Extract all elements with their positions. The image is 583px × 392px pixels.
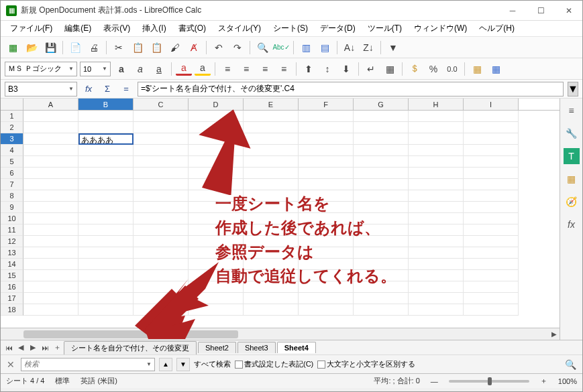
cell-H3[interactable] <box>409 133 464 145</box>
sort-asc-icon[interactable]: A↓ <box>341 40 358 56</box>
cell-C8[interactable] <box>134 190 189 202</box>
cell-B3[interactable]: ああああ <box>78 133 134 145</box>
cell-C10[interactable] <box>134 213 189 224</box>
cell-H10[interactable] <box>409 213 464 224</box>
row-1[interactable]: 1 <box>1 111 23 122</box>
sum-icon[interactable]: Σ <box>100 82 115 96</box>
cell-I13[interactable] <box>464 247 519 259</box>
properties-icon[interactable]: 🔧 <box>564 125 580 141</box>
cell-D12[interactable] <box>189 236 244 247</box>
hscroll-right-icon[interactable]: ▶ <box>551 330 557 338</box>
minimize-button[interactable]: ─ <box>505 3 521 19</box>
cell-C12[interactable] <box>134 236 189 247</box>
menu-format[interactable]: 書式(O) <box>173 21 211 36</box>
cell-D18[interactable] <box>189 304 244 316</box>
cell-C4[interactable] <box>134 145 189 156</box>
row-16[interactable]: 16 <box>1 281 23 293</box>
cell-F8[interactable] <box>299 190 354 202</box>
cell-G1[interactable] <box>354 111 409 122</box>
sheet-tab-1[interactable]: シート名を自分で付け、その後変更 <box>64 341 197 354</box>
cell-C17[interactable] <box>134 293 189 304</box>
cell-grid[interactable]: ああああ <box>23 111 560 328</box>
row-9[interactable]: 9 <box>1 202 23 213</box>
col-B[interactable]: B <box>78 99 134 110</box>
cell-A14[interactable] <box>23 259 78 270</box>
currency-icon[interactable]: ＄ <box>407 61 423 77</box>
cell-D7[interactable] <box>189 179 244 190</box>
cell-I10[interactable] <box>464 213 519 224</box>
font-color-icon[interactable]: a <box>176 62 192 76</box>
cell-G2[interactable] <box>354 122 409 133</box>
cell-D15[interactable] <box>189 270 244 281</box>
cell-F9[interactable] <box>299 202 354 213</box>
cell-B18[interactable] <box>78 304 134 316</box>
cell-I3[interactable] <box>464 133 519 145</box>
cell-A9[interactable] <box>23 202 78 213</box>
underline-icon[interactable]: a <box>151 61 167 77</box>
cell-D10[interactable] <box>189 213 244 224</box>
cell-B13[interactable] <box>78 247 134 259</box>
col-E[interactable]: E <box>244 99 299 110</box>
cell-B4[interactable] <box>78 145 134 156</box>
row-11[interactable]: 11 <box>1 224 23 236</box>
cell-H14[interactable] <box>409 259 464 270</box>
cell-H11[interactable] <box>409 224 464 236</box>
spellcheck-icon[interactable]: Abc✓ <box>273 40 289 56</box>
valign-top-icon[interactable]: ⬆ <box>301 61 317 77</box>
cell-E11[interactable] <box>244 224 299 236</box>
new-icon[interactable]: ▦ <box>5 40 21 56</box>
cell-C7[interactable] <box>134 179 189 190</box>
cell-A1[interactable] <box>23 111 78 122</box>
cell-B7[interactable] <box>78 179 134 190</box>
cell-H18[interactable] <box>409 304 464 316</box>
zoom-plus-icon[interactable]: ＋ <box>540 376 547 386</box>
cell-B9[interactable] <box>78 202 134 213</box>
tab-last-icon[interactable]: ⏭ <box>40 344 50 352</box>
italic-icon[interactable]: a <box>132 61 148 77</box>
cell-A13[interactable] <box>23 247 78 259</box>
select-all-corner[interactable] <box>1 99 23 110</box>
sheet-tab-3[interactable]: Sheet3 <box>237 342 276 353</box>
find-case-checkbox[interactable]: 大文字と小文字を区別する <box>317 359 415 369</box>
cell-H6[interactable] <box>409 168 464 179</box>
cell-E16[interactable] <box>244 281 299 293</box>
row-10[interactable]: 10 <box>1 213 23 224</box>
cell-B1[interactable] <box>78 111 134 122</box>
cell-D13[interactable] <box>189 247 244 259</box>
row-8[interactable]: 8 <box>1 190 23 202</box>
cell-D8[interactable] <box>189 190 244 202</box>
cell-F12[interactable] <box>299 236 354 247</box>
tab-next-icon[interactable]: ▶ <box>28 343 38 352</box>
cell-F3[interactable] <box>299 133 354 145</box>
cell-A8[interactable] <box>23 190 78 202</box>
save-icon[interactable]: 💾 <box>42 40 58 56</box>
cell-F15[interactable] <box>299 270 354 281</box>
cell-F6[interactable] <box>299 168 354 179</box>
find-prev-icon[interactable]: ▲ <box>159 358 172 371</box>
row-icon[interactable]: ▥ <box>298 40 314 56</box>
cell-A17[interactable] <box>23 293 78 304</box>
cell-C6[interactable] <box>134 168 189 179</box>
menu-insert[interactable]: 挿入(I) <box>137 21 171 36</box>
cell-E13[interactable] <box>244 247 299 259</box>
sidebar-menu-icon[interactable]: ≡ <box>564 103 580 119</box>
row-3[interactable]: 3 <box>1 133 23 145</box>
cell-B15[interactable] <box>78 270 134 281</box>
cell-I6[interactable] <box>464 168 519 179</box>
cell-A7[interactable] <box>23 179 78 190</box>
cell-C3[interactable] <box>134 133 189 145</box>
sort-desc-icon[interactable]: Z↓ <box>360 40 376 56</box>
cell-G17[interactable] <box>354 293 409 304</box>
number-icon[interactable]: 0.0 <box>444 61 460 77</box>
menu-style[interactable]: スタイル(Y) <box>213 21 266 36</box>
cut-icon[interactable]: ✂ <box>111 40 127 56</box>
export-pdf-icon[interactable]: 📄 <box>67 40 83 56</box>
cell-I15[interactable] <box>464 270 519 281</box>
cell-F17[interactable] <box>299 293 354 304</box>
cell-G11[interactable] <box>354 224 409 236</box>
cell-D5[interactable] <box>189 156 244 168</box>
copy-icon[interactable]: 📋 <box>129 40 146 56</box>
col-H[interactable]: H <box>409 99 464 110</box>
cell-B10[interactable] <box>78 213 134 224</box>
tab-add-icon[interactable]: ＋ <box>52 342 62 352</box>
